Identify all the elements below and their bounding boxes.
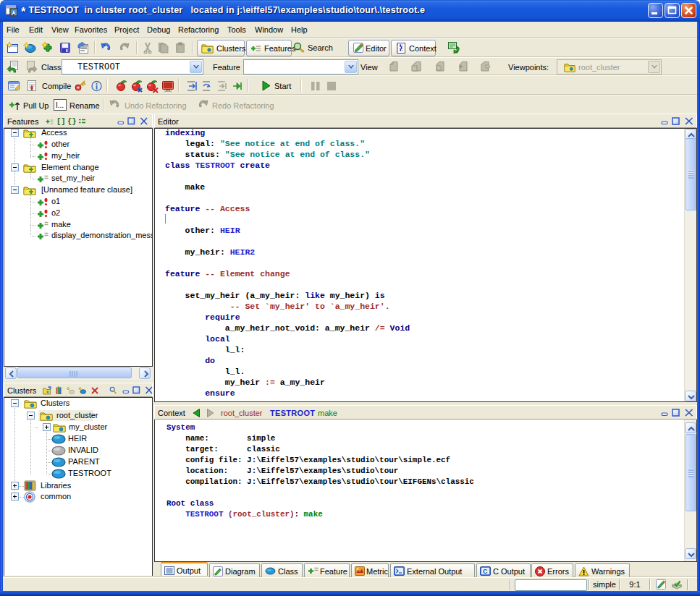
svg-text:I...: I... [56, 101, 64, 109]
svg-text:C: C [483, 568, 488, 575]
